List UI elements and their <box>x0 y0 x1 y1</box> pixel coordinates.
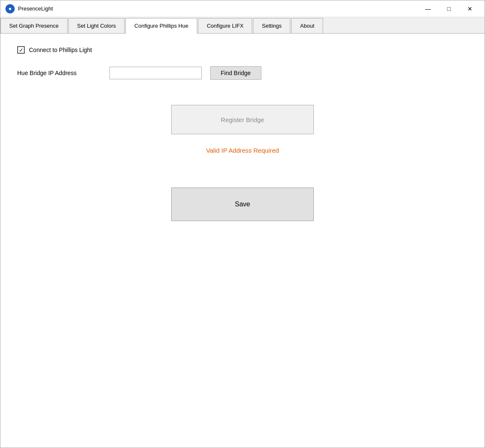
main-window: ● PresenceLight — □ ✕ Set Graph Presence… <box>0 0 485 448</box>
tab-bar: Set Graph Presence Set Light Colors Conf… <box>0 17 485 34</box>
tab-set-graph-presence[interactable]: Set Graph Presence <box>0 18 68 33</box>
app-title: PresenceLight <box>18 5 53 12</box>
maximize-button[interactable]: □ <box>439 2 459 16</box>
center-section: Register Bridge Valid IP Address Require… <box>17 105 468 154</box>
register-bridge-button[interactable]: Register Bridge <box>171 105 314 134</box>
connect-label: Connect to Phillips Light <box>29 47 92 53</box>
title-bar: ● PresenceLight — □ ✕ <box>0 0 485 17</box>
ip-address-input[interactable] <box>110 67 202 79</box>
find-bridge-button[interactable]: Find Bridge <box>210 66 261 80</box>
close-button[interactable]: ✕ <box>460 2 480 16</box>
window-controls: — □ ✕ <box>418 2 480 16</box>
validation-message: Valid IP Address Required <box>206 147 279 154</box>
save-section: Save <box>17 188 468 221</box>
tab-configure-phillips-hue[interactable]: Configure Phillips Hue <box>125 18 197 34</box>
ip-address-label: Hue Bridge IP Address <box>17 70 101 76</box>
connect-row: Connect to Phillips Light <box>17 46 468 54</box>
title-bar-left: ● PresenceLight <box>5 4 53 13</box>
connect-checkbox[interactable] <box>17 46 25 54</box>
minimize-button[interactable]: — <box>418 2 438 16</box>
tab-configure-lifx[interactable]: Configure LIFX <box>198 18 252 33</box>
save-button[interactable]: Save <box>171 188 314 221</box>
tab-set-light-colors[interactable]: Set Light Colors <box>68 18 125 33</box>
tab-about[interactable]: About <box>291 18 323 33</box>
app-icon: ● <box>5 4 15 13</box>
ip-row: Hue Bridge IP Address Find Bridge <box>17 66 468 80</box>
content-area: Connect to Phillips Light Hue Bridge IP … <box>0 34 485 448</box>
tab-settings[interactable]: Settings <box>253 18 290 33</box>
